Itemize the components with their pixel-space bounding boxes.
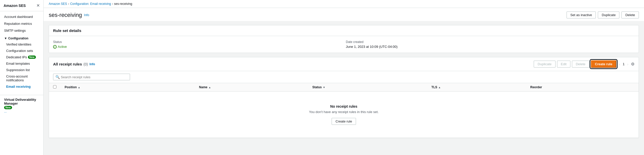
sort-name-icon[interactable]: ▲	[209, 86, 211, 89]
page-title-area: ses-receiving Info	[49, 12, 89, 18]
col-status: Status ▼	[308, 83, 427, 92]
vdm-badge-row: New	[4, 106, 39, 109]
status-detail: Status Active	[53, 40, 342, 49]
vdm-new-badge: New	[4, 106, 12, 109]
col-reorder: Reorder	[526, 83, 639, 92]
status-label: Status	[53, 40, 342, 44]
sidebar-header: Amazon SES ✕	[0, 0, 43, 11]
main-content: Amazon SES › Configuration: Email receiv…	[44, 0, 644, 155]
status-active-icon	[53, 45, 57, 49]
table-header-row: Position ▲ Name ▲	[49, 83, 639, 92]
breadcrumb: Amazon SES › Configuration: Email receiv…	[44, 0, 644, 8]
sidebar-item-verified-identities[interactable]: Verified identities	[0, 41, 43, 48]
page-actions: Set as inactive Duplicate Delete	[567, 12, 639, 18]
status-text: Active	[58, 45, 67, 49]
create-rule-button[interactable]: Create rule	[591, 60, 617, 68]
receipt-rules-count: (0)	[84, 62, 88, 66]
rule-set-details-card: Rule set details Status Active Date crea…	[49, 25, 639, 53]
select-all-checkbox-header	[49, 83, 61, 92]
sidebar-nav: Account dashboard Reputation metrics SMT…	[0, 11, 43, 118]
sidebar-item-reputation-metrics[interactable]: Reputation metrics	[0, 20, 43, 27]
page-header: ses-receiving Info Set as inactive Dupli…	[44, 8, 644, 21]
rules-delete-button[interactable]: Delete	[572, 61, 589, 68]
sidebar-item-suppression-list[interactable]: Suppression list	[0, 67, 43, 73]
receipt-rules-card: All receipt rules (0) Info Duplicate Edi…	[49, 57, 639, 138]
empty-create-rule-button[interactable]: Create rule	[332, 118, 356, 125]
settings-icon[interactable]: ⚙	[631, 62, 635, 67]
page-title: ses-receiving	[49, 12, 82, 18]
empty-state: No receipt rules You don't have any rece…	[53, 94, 635, 135]
prev-page-button[interactable]: ‹	[618, 62, 621, 67]
empty-state-title: No receipt rules	[57, 104, 630, 108]
rule-set-details-header: Rule set details	[49, 25, 639, 36]
date-created-value: June 1, 2023 at 10:09 (UTC-04:00)	[346, 45, 635, 49]
col-tls: TLS ▲	[427, 83, 526, 92]
sort-tls-icon[interactable]: ▲	[438, 86, 441, 89]
receipt-rules-title: All receipt rules	[53, 62, 82, 66]
date-created-label: Date created	[346, 40, 635, 44]
search-icon: 🔍	[55, 75, 60, 79]
sidebar-item-label: SMTP settings	[4, 29, 26, 32]
pagination: ‹ 1 › ⚙	[618, 62, 635, 67]
details-grid: Status Active Date created June 1, 2023 …	[53, 40, 635, 49]
table-wrap: Position ▲ Name ▲	[49, 83, 639, 138]
col-name: Name ▲	[195, 83, 308, 92]
breadcrumb-sep-2: ›	[112, 2, 113, 6]
sort-status-icon[interactable]: ▼	[323, 86, 325, 89]
content-area: Rule set details Status Active Date crea…	[44, 21, 644, 155]
sidebar-item-dedicated-ips[interactable]: Dedicated IPs New	[0, 54, 43, 60]
duplicate-button[interactable]: Duplicate	[598, 12, 619, 18]
new-badge: New	[28, 56, 36, 59]
rules-duplicate-button[interactable]: Duplicate	[534, 61, 555, 68]
search-input-wrap: 🔍	[53, 74, 130, 80]
set-inactive-button[interactable]: Set as inactive	[567, 12, 596, 18]
vdm-title: Virtual Deliverability Manager	[4, 98, 39, 105]
sidebar-item-account-dashboard[interactable]: Account dashboard	[0, 13, 43, 20]
empty-state-sub: You don't have any receipt rules in this…	[57, 110, 630, 114]
receipt-rules-header: All receipt rules (0) Info Duplicate Edi…	[49, 57, 639, 71]
search-input[interactable]	[61, 75, 128, 79]
breadcrumb-part3: ses-receiving	[114, 2, 132, 6]
empty-state-row: No receipt rules You don't have any rece…	[49, 92, 639, 138]
page-info-link[interactable]: Info	[84, 13, 89, 17]
sidebar-item-email-receiving[interactable]: Email receiving	[0, 83, 43, 90]
chevron-down-icon: ▼	[4, 37, 7, 40]
sidebar-item-smtp-settings[interactable]: SMTP settings	[0, 27, 43, 34]
table-body: No receipt rules You don't have any rece…	[49, 92, 639, 138]
status-value: Active	[53, 45, 342, 49]
sidebar-item-email-templates[interactable]: Email templates	[0, 60, 43, 67]
sort-position-icon[interactable]: ▲	[78, 86, 80, 89]
select-all-checkbox[interactable]	[53, 85, 56, 88]
breadcrumb-part2[interactable]: Configuration: Email receiving	[70, 2, 111, 6]
receipt-rules-info-link[interactable]: Info	[90, 62, 95, 66]
col-position: Position ▲	[61, 83, 195, 92]
sidebar-configuration-section[interactable]: ▼ Configuration	[0, 34, 43, 41]
sidebar-item-label: Account dashboard	[4, 15, 33, 19]
delete-button[interactable]: Delete	[621, 12, 639, 18]
rule-set-details-body: Status Active Date created June 1, 2023 …	[49, 36, 639, 53]
page-number: 1	[623, 62, 625, 66]
date-created-detail: Date created June 1, 2023 at 10:09 (UTC-…	[346, 40, 635, 49]
breadcrumb-sep-1: ›	[68, 2, 69, 6]
sidebar-item-label: Reputation metrics	[4, 22, 32, 26]
next-page-button[interactable]: ›	[626, 62, 629, 67]
receipt-rules-table: Position ▲ Name ▲	[49, 83, 639, 138]
search-bar-area: 🔍	[49, 71, 639, 83]
app-title: Amazon SES	[4, 4, 26, 8]
breadcrumb-part1[interactable]: Amazon SES	[49, 2, 67, 6]
vdm-dots[interactable]: ...	[4, 110, 39, 113]
sidebar: Amazon SES ✕ Account dashboard Reputatio…	[0, 0, 44, 155]
empty-state-cell: No receipt rules You don't have any rece…	[49, 92, 639, 138]
sidebar-item-configuration-sets[interactable]: Configuration sets	[0, 48, 43, 54]
receipt-rules-actions: Duplicate Edit Delete Create rule ‹ 1 › …	[534, 60, 635, 68]
sidebar-item-cross-account[interactable]: Cross-account notifications	[0, 73, 43, 83]
table-head: Position ▲ Name ▲	[49, 83, 639, 92]
configuration-label: Configuration	[8, 37, 28, 40]
rules-edit-button[interactable]: Edit	[557, 61, 570, 68]
sidebar-close-button[interactable]: ✕	[36, 3, 40, 8]
receipt-rules-title-area: All receipt rules (0) Info	[53, 62, 95, 66]
vdm-section: Virtual Deliverability Manager New ...	[0, 95, 43, 116]
